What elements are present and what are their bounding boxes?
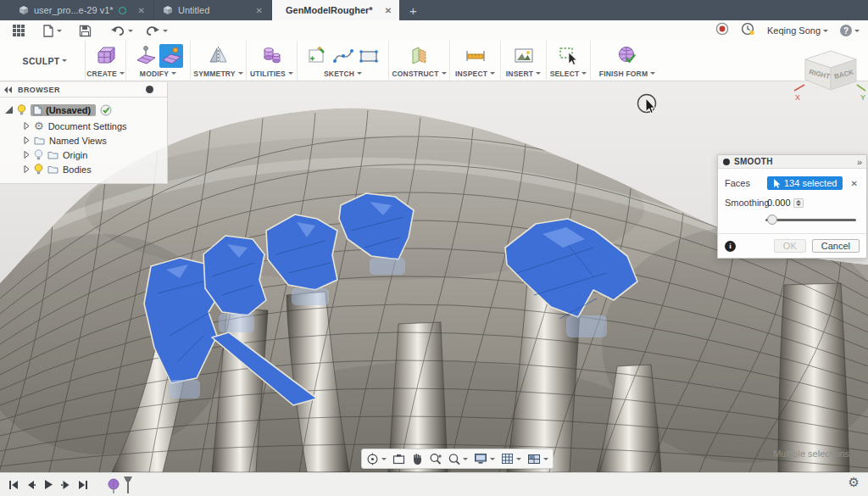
grid-snap-button[interactable] <box>501 453 521 465</box>
view-cube[interactable]: RIGHT BACK X Y <box>793 47 866 102</box>
new-tab-button[interactable]: + <box>399 0 427 20</box>
user-account-button[interactable]: Keqing Song <box>767 25 828 36</box>
rectangle-sketch-icon[interactable] <box>357 44 381 68</box>
toolbar-group-symmetry[interactable]: SYMMETRY <box>191 41 247 81</box>
pan-hand-icon <box>411 453 423 465</box>
clear-selection-icon[interactable]: ✕ <box>850 179 857 188</box>
tab-untitled[interactable]: Untitled ✕ <box>154 0 272 20</box>
caret-down-icon <box>463 458 468 460</box>
collapse-panel-icon[interactable] <box>4 86 13 93</box>
undo-button[interactable] <box>110 25 133 36</box>
smoothing-label: Smoothing <box>725 198 767 208</box>
select-tool-icon[interactable] <box>557 44 581 68</box>
utilities-icon[interactable] <box>260 44 284 68</box>
expand-collapse-icon[interactable] <box>5 106 13 114</box>
display-settings-button[interactable] <box>474 453 495 465</box>
create-form-icon[interactable] <box>94 44 118 68</box>
bulb-hidden-icon[interactable] <box>34 149 43 161</box>
tab-user-project[interactable]: user_pro...e-29 v1* ✕ <box>10 0 154 20</box>
browser-item-document-settings[interactable]: ⚙ Document Settings <box>24 119 167 133</box>
create-sketch-icon[interactable] <box>306 44 330 68</box>
job-status-button[interactable] <box>741 22 755 39</box>
expand-arrow-icon[interactable] <box>24 165 30 173</box>
cancel-button[interactable]: Cancel <box>812 239 860 253</box>
edit-form-icon[interactable] <box>134 44 158 68</box>
bulb-visible-icon[interactable] <box>17 104 26 116</box>
expand-arrow-icon[interactable] <box>24 137 30 144</box>
timeline-settings-gear-icon[interactable]: ⚙ <box>849 476 860 488</box>
slider-track[interactable] <box>765 219 856 221</box>
info-icon[interactable]: i <box>725 241 736 252</box>
document-root[interactable]: (Unsaved) <box>31 104 96 116</box>
step-forward-button[interactable] <box>61 480 70 490</box>
toolbar-group-insert[interactable]: INSERT <box>501 41 547 81</box>
close-icon[interactable]: ✕ <box>138 6 145 15</box>
app-launcher-button[interactable] <box>12 24 25 37</box>
mirror-symmetry-icon[interactable] <box>207 44 231 68</box>
document-tab-bar: user_pro...e-29 v1* ✕ Untitled ✕ GenMode… <box>0 0 868 20</box>
bulb-visible-icon[interactable] <box>34 164 43 176</box>
toolbar-group-sketch[interactable]: SKETCH <box>298 41 389 81</box>
tab-genmodelrougher[interactable]: GenModelRougher* ✕ <box>272 0 399 20</box>
root-label: (Unsaved) <box>46 105 91 115</box>
pan-button[interactable] <box>411 453 423 465</box>
go-to-start-button[interactable] <box>8 480 19 490</box>
toolbar-group-create[interactable]: CREATE <box>86 41 126 81</box>
folder-icon <box>34 136 45 145</box>
spline-icon[interactable] <box>331 44 355 68</box>
measure-icon[interactable] <box>464 44 487 68</box>
toolbar-group-utilities[interactable]: UTILITIES <box>247 41 298 81</box>
zoom-window-button[interactable] <box>448 453 468 465</box>
viewports-icon <box>527 454 541 465</box>
group-label: UTILITIES <box>250 70 286 78</box>
close-icon[interactable]: ✕ <box>385 6 392 15</box>
toolbar-group-inspect[interactable]: INSPECT <box>450 41 501 81</box>
save-button[interactable] <box>79 25 92 37</box>
insert-image-icon[interactable] <box>512 44 536 68</box>
panel-options-icon[interactable] <box>146 86 153 93</box>
browser-item-origin[interactable]: Origin <box>24 148 167 162</box>
smooth-tool-icon[interactable] <box>159 44 183 68</box>
expand-dialog-icon[interactable]: » <box>857 157 861 167</box>
expand-arrow-icon[interactable] <box>24 151 30 159</box>
toolbar-group-construct[interactable]: CONSTRUCT <box>389 41 450 81</box>
toolbar-group-modify[interactable]: MODIFY <box>126 41 191 81</box>
caret-down-icon <box>823 30 828 32</box>
toolbar-group-select[interactable]: SELECT <box>547 41 591 81</box>
workspace-selector[interactable]: SCULPT <box>5 41 86 81</box>
browser-item-bodies[interactable]: Bodies <box>24 162 167 176</box>
browser-root-item[interactable]: (Unsaved) <box>5 103 167 117</box>
expand-arrow-icon[interactable] <box>24 122 30 130</box>
browser-panel: BROWSER (Unsaved) ⚙ Document Settings Na… <box>0 82 168 184</box>
grid-icon <box>501 453 514 465</box>
play-button[interactable] <box>43 479 53 490</box>
record-icon <box>715 22 729 36</box>
viewports-button[interactable] <box>527 454 548 465</box>
construction-plane-icon[interactable] <box>408 44 431 68</box>
redo-button[interactable] <box>145 25 168 36</box>
smoothing-stepper[interactable] <box>793 198 804 208</box>
look-at-button[interactable] <box>392 454 405 465</box>
smoothing-value[interactable]: 0.000 <box>767 198 791 208</box>
browser-item-named-views[interactable]: Named Views <box>24 133 167 148</box>
file-menu-button[interactable] <box>42 25 62 37</box>
ok-button[interactable]: OK <box>774 239 806 253</box>
faces-selection-chip[interactable]: 134 selected <box>767 176 843 190</box>
smoothing-slider[interactable] <box>765 215 856 225</box>
browser-header[interactable]: BROWSER <box>0 82 167 98</box>
dialog-titlebar[interactable]: SMOOTH » <box>718 155 866 169</box>
toolbar-group-finish-form[interactable]: FINISH FORM <box>591 41 664 81</box>
close-icon[interactable]: ✕ <box>256 6 263 15</box>
help-menu-button[interactable]: ? <box>840 25 860 36</box>
step-back-button[interactable] <box>26 480 36 490</box>
screen-record-button[interactable] <box>715 22 729 39</box>
skip-start-icon <box>8 480 19 490</box>
timeline-playhead[interactable] <box>122 476 134 494</box>
orbit-button[interactable] <box>366 453 387 465</box>
go-to-end-button[interactable] <box>78 480 88 490</box>
finish-form-icon[interactable] <box>615 44 639 68</box>
timeline-form-feature[interactable] <box>108 476 134 494</box>
zoom-button[interactable] <box>429 453 442 465</box>
slider-handle[interactable] <box>767 215 777 225</box>
caret-down-icon <box>516 458 521 460</box>
